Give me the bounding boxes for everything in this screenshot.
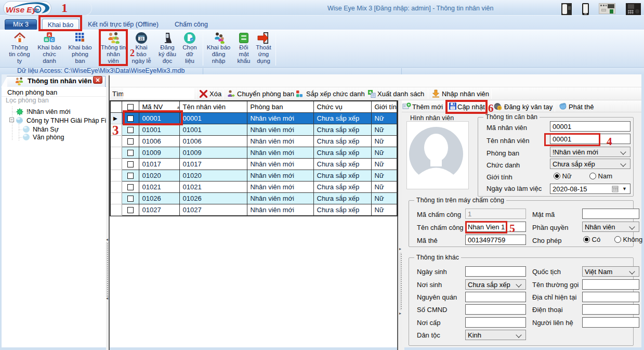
svg-text:e: e	[36, 7, 39, 13]
svg-text:Wise Ey: Wise Ey	[6, 5, 37, 14]
svg-text:B: B	[45, 37, 48, 42]
svg-text:C: C	[51, 37, 54, 42]
svg-text:23: 23	[139, 37, 143, 41]
svg-text:A: A	[48, 33, 51, 37]
